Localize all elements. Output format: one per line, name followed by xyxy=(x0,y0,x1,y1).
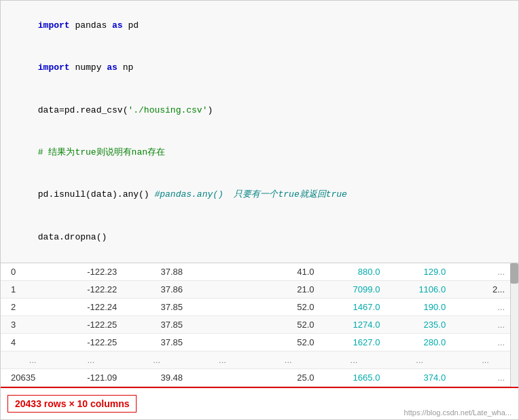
cell-col3 xyxy=(190,263,255,281)
table-row: 3 -122.25 37.85 52.0 1274.0 235.0 ... xyxy=(1,316,518,334)
table-wrapper: 0 -122.23 37.88 41.0 880.0 129.0 ... 1 -… xyxy=(1,263,518,387)
cell-col2: 39.48 xyxy=(124,369,190,387)
table-row: 20635 -121.09 39.48 25.0 1665.0 374.0 ..… xyxy=(1,369,518,387)
keyword-as2: as xyxy=(107,62,118,73)
row-index: 2 xyxy=(1,299,58,316)
cell-col2: 37.85 xyxy=(124,299,190,316)
cell-col5: 1467.0 xyxy=(321,299,387,316)
cell-col7: 2... xyxy=(452,281,518,299)
cell-col1: -122.24 xyxy=(58,299,124,316)
cell-col3 xyxy=(190,334,255,351)
cell-col6: 374.0 xyxy=(387,369,452,387)
code-line-1: import pandas as pd xyxy=(6,5,513,47)
cell-col7: ... xyxy=(452,263,518,281)
code-line-5: pd.isnull(data).any() #pandas.any() 只要有一… xyxy=(6,174,513,216)
code-section: import pandas as pd import numpy as np d… xyxy=(1,1,518,263)
data-table: 0 -122.23 37.88 41.0 880.0 129.0 ... 1 -… xyxy=(1,263,518,387)
table-row: 0 -122.23 37.88 41.0 880.0 129.0 ... xyxy=(1,263,518,281)
cell-col7: ... xyxy=(452,299,518,316)
cell-col4: 52.0 xyxy=(255,299,321,316)
cell-col3 xyxy=(190,369,255,387)
cell-col1: -122.25 xyxy=(58,334,124,351)
keyword-as1: as xyxy=(112,20,123,31)
table-row: 4 -122.25 37.85 52.0 1627.0 280.0 ... xyxy=(1,334,518,351)
code-line-3: data=pd.read_csv('./housing.csv') xyxy=(6,90,513,132)
cell-col4: 52.0 xyxy=(255,334,321,351)
cell-col4: 52.0 xyxy=(255,316,321,334)
cell-col6: 190.0 xyxy=(387,299,452,316)
cell-col2: 37.85 xyxy=(124,316,190,334)
cell-col3 xyxy=(190,299,255,316)
table-row-dots: ... ... ... ... ... ... ... ... xyxy=(1,351,518,369)
cell-col1: -122.25 xyxy=(58,316,124,334)
keyword-import1: import xyxy=(38,20,70,31)
cell-col5: 1627.0 xyxy=(321,334,387,351)
row-index: 20635 xyxy=(1,369,58,387)
code-line-6: data.dropna() xyxy=(6,216,513,259)
cell-col5: 1665.0 xyxy=(321,369,387,387)
cell-col7: ... xyxy=(452,369,518,387)
cell-col2: 37.85 xyxy=(124,334,190,351)
watermark-text: https://blog.csdn.net/Late_wha... xyxy=(404,408,512,419)
cell-col1: -122.22 xyxy=(58,281,124,299)
code-line-4: # 结果为true则说明有nan存在 xyxy=(6,132,513,174)
cell-col5: 1274.0 xyxy=(321,316,387,334)
row-index: 4 xyxy=(1,334,58,351)
cell-col7: ... xyxy=(452,316,518,334)
row-count-label: 20433 rows × 10 columns xyxy=(7,395,137,413)
cell-col4: 41.0 xyxy=(255,263,321,281)
cell-col5: 880.0 xyxy=(321,263,387,281)
cell-col3 xyxy=(190,281,255,299)
cell-col3 xyxy=(190,316,255,334)
dots-index: ... xyxy=(1,351,58,369)
cell-col6: 1106.0 xyxy=(387,281,452,299)
keyword-import2: import xyxy=(38,62,70,73)
main-container: import pandas as pd import numpy as np d… xyxy=(0,0,519,420)
table-row: 2 -122.24 37.85 52.0 1467.0 190.0 ... xyxy=(1,299,518,316)
cell-col1: -121.09 xyxy=(58,369,124,387)
row-index: 0 xyxy=(1,263,58,281)
table-section: 0 -122.23 37.88 41.0 880.0 129.0 ... 1 -… xyxy=(1,263,518,387)
scrollbar[interactable] xyxy=(510,263,518,387)
cell-col2: 37.88 xyxy=(124,263,190,281)
cell-col2: 37.86 xyxy=(124,281,190,299)
scrollbar-thumb[interactable] xyxy=(510,263,518,284)
cell-col6: 129.0 xyxy=(387,263,452,281)
row-index: 3 xyxy=(1,316,58,334)
cell-col7: ... xyxy=(452,334,518,351)
cell-col5: 7099.0 xyxy=(321,281,387,299)
footer-section: 20433 rows × 10 columns https://blog.csd… xyxy=(1,387,518,419)
cell-col6: 280.0 xyxy=(387,334,452,351)
cell-col6: 235.0 xyxy=(387,316,452,334)
cell-col4: 25.0 xyxy=(255,369,321,387)
code-line-2: import numpy as np xyxy=(6,47,513,89)
table-row: 1 -122.22 37.86 21.0 7099.0 1106.0 2... xyxy=(1,281,518,299)
cell-col4: 21.0 xyxy=(255,281,321,299)
row-index: 1 xyxy=(1,281,58,299)
cell-col1: -122.23 xyxy=(58,263,124,281)
